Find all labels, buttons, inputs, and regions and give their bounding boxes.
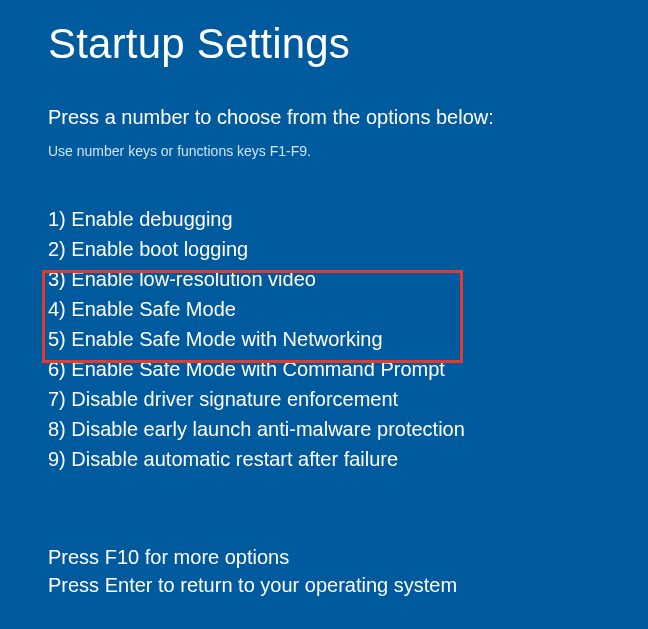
footer-return: Press Enter to return to your operating …	[48, 571, 457, 599]
option-4-enable-safe-mode[interactable]: 4) Enable Safe Mode	[48, 294, 600, 324]
option-1-enable-debugging[interactable]: 1) Enable debugging	[48, 204, 600, 234]
page-title: Startup Settings	[48, 20, 600, 68]
option-5-enable-safe-mode-networking[interactable]: 5) Enable Safe Mode with Networking	[48, 324, 600, 354]
option-6-enable-safe-mode-command-prompt[interactable]: 6) Enable Safe Mode with Command Prompt	[48, 354, 600, 384]
startup-settings-screen: Startup Settings Press a number to choos…	[0, 0, 648, 474]
option-9-disable-automatic-restart[interactable]: 9) Disable automatic restart after failu…	[48, 444, 600, 474]
option-8-disable-early-launch-anti-malware[interactable]: 8) Disable early launch anti-malware pro…	[48, 414, 600, 444]
options-list: 1) Enable debugging 2) Enable boot loggi…	[48, 204, 600, 474]
instruction-text: Press a number to choose from the option…	[48, 106, 600, 129]
option-3-enable-low-resolution-video[interactable]: 3) Enable low-resolution video	[48, 264, 600, 294]
footer-more-options: Press F10 for more options	[48, 543, 457, 571]
hint-text: Use number keys or functions keys F1-F9.	[48, 143, 600, 159]
option-2-enable-boot-logging[interactable]: 2) Enable boot logging	[48, 234, 600, 264]
option-7-disable-driver-signature-enforcement[interactable]: 7) Disable driver signature enforcement	[48, 384, 600, 414]
footer: Press F10 for more options Press Enter t…	[48, 543, 457, 599]
